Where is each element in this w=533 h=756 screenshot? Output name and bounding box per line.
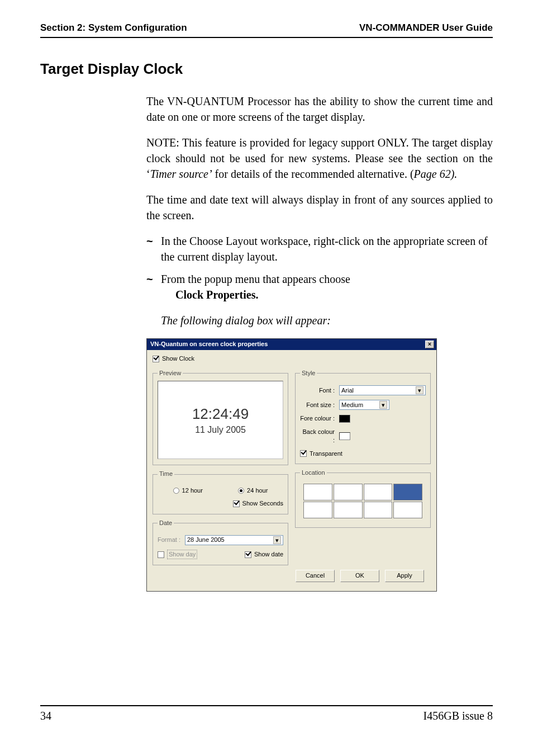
page-footer: 34 I456GB issue 8 [40, 705, 493, 722]
location-legend: Location [300, 469, 327, 477]
font-value: Arial [341, 386, 354, 395]
show-day-label: Show day [167, 550, 197, 559]
clock-properties-dialog: VN-Quantum on screen clock properties × … [146, 338, 437, 592]
show-date-label: Show date [254, 550, 283, 559]
body-column: The VN-QUANTUM Processor has the ability… [146, 93, 493, 592]
location-cell[interactable] [303, 502, 332, 518]
font-label: Font : [300, 386, 335, 395]
location-cell[interactable] [364, 484, 393, 500]
fontsize-combo[interactable]: Medium ▾ [339, 400, 389, 410]
radio-12hour-label: 12 hour [182, 486, 203, 495]
para-overlay: The time and date text will always displ… [146, 192, 493, 223]
bullet-icon: ~ [146, 233, 161, 249]
show-seconds-checkbox[interactable]: Show Seconds [233, 499, 283, 508]
time-legend: Time [158, 470, 174, 478]
show-clock-label: Show Clock [162, 355, 194, 363]
dialog-titlebar[interactable]: VN-Quantum on screen clock properties × [147, 339, 436, 350]
issue-id: I456GB issue 8 [423, 710, 493, 722]
dialog-button-row: Cancel OK Apply [153, 565, 431, 584]
running-head-left: Section 2: System Configuration [40, 22, 187, 34]
location-cell[interactable] [393, 502, 422, 518]
para-note-b: for details of the recommended alternati… [212, 168, 414, 180]
show-date-checkbox[interactable]: Show date [245, 550, 283, 559]
cancel-button[interactable]: Cancel [296, 570, 335, 582]
preview-legend: Preview [158, 369, 183, 377]
transparent-label: Transparent [310, 450, 342, 458]
running-head-right: VN-COMMANDER User Guide [359, 22, 493, 34]
radio-12hour[interactable]: 12 hour [173, 486, 203, 495]
location-cell[interactable] [334, 502, 363, 518]
backcolour-label: Back colour : [300, 428, 335, 445]
fontsize-value: Medium [341, 401, 363, 409]
checkbox-icon [158, 551, 164, 558]
show-clock-checkbox[interactable]: Show Clock [153, 355, 194, 363]
checkbox-icon [153, 356, 159, 362]
transparent-checkbox[interactable]: Transparent [300, 450, 342, 458]
chevron-down-icon: ▾ [273, 536, 281, 544]
radio-icon [173, 488, 179, 494]
date-format-label: Format : [158, 536, 180, 544]
para-note-italic: Timer source’ [150, 168, 212, 180]
step-list: ~In the Choose Layout workspace, right-c… [146, 233, 493, 303]
radio-icon [238, 488, 244, 494]
para-note-pageref: Page 62). [414, 168, 458, 180]
chevron-down-icon: ▾ [416, 386, 423, 394]
forecolour-label: Fore colour : [300, 414, 335, 423]
ok-button[interactable]: OK [340, 570, 379, 582]
para-note: NOTE: This feature is provided for legac… [146, 135, 493, 182]
font-combo[interactable]: Arial ▾ [339, 385, 426, 395]
style-group: Style Font : Arial ▾ Font size : [295, 369, 431, 464]
location-group: Location [295, 469, 431, 528]
backcolour-swatch[interactable] [339, 432, 350, 440]
bullet-icon: ~ [146, 271, 161, 287]
running-head: Section 2: System Configuration VN-COMMA… [40, 22, 493, 38]
apply-button[interactable]: Apply [385, 570, 424, 582]
location-cell[interactable] [334, 484, 363, 500]
time-group: Time 12 hour 24 hour [153, 470, 288, 514]
date-group: Date Format : 28 June 2005 ▾ [153, 519, 288, 566]
style-legend: Style [300, 369, 317, 377]
chapter-title: Target Display Clock [40, 60, 493, 78]
show-day-checkbox[interactable]: Show day [158, 550, 197, 559]
location-cell[interactable] [364, 502, 393, 518]
step-1-text: In the Choose Layout workspace, right-cl… [161, 235, 488, 263]
close-icon[interactable]: × [425, 341, 434, 348]
radio-24hour[interactable]: 24 hour [238, 486, 268, 495]
location-grid [300, 480, 426, 522]
step-2-text-b: Clock Properties. [161, 289, 259, 301]
show-seconds-label: Show Seconds [242, 499, 283, 508]
document-page: Section 2: System Configuration VN-COMMA… [0, 0, 533, 756]
date-format-combo[interactable]: 28 June 2005 ▾ [185, 535, 283, 545]
preview-group: Preview 12:24:49 11 July 2005 [153, 369, 288, 465]
fontsize-label: Font size : [300, 401, 335, 409]
date-format-value: 28 June 2005 [187, 536, 225, 544]
step-2: ~From the popup menu that appears choose… [146, 271, 493, 303]
location-cell-selected[interactable] [393, 484, 422, 500]
step-1: ~In the Choose Layout workspace, right-c… [146, 233, 493, 264]
date-legend: Date [158, 519, 174, 527]
preview-date: 11 July 2005 [195, 424, 246, 436]
para-intro: The VN-QUANTUM Processor has the ability… [146, 93, 493, 125]
checkbox-icon [233, 500, 240, 507]
preview-time: 12:24:49 [192, 404, 249, 424]
step-2-text-a: From the popup menu that appears choose [161, 273, 350, 285]
dialog-caption: The following dialog box will appear: [161, 313, 493, 328]
checkbox-icon [245, 551, 251, 558]
page-number: 34 [40, 710, 51, 722]
dialog-title: VN-Quantum on screen clock properties [150, 340, 268, 348]
preview-box: 12:24:49 11 July 2005 [158, 381, 283, 459]
chevron-down-icon: ▾ [379, 401, 387, 409]
location-cell[interactable] [303, 484, 332, 500]
radio-24hour-label: 24 hour [247, 486, 268, 495]
forecolour-swatch[interactable] [339, 415, 350, 423]
checkbox-icon [300, 450, 307, 457]
